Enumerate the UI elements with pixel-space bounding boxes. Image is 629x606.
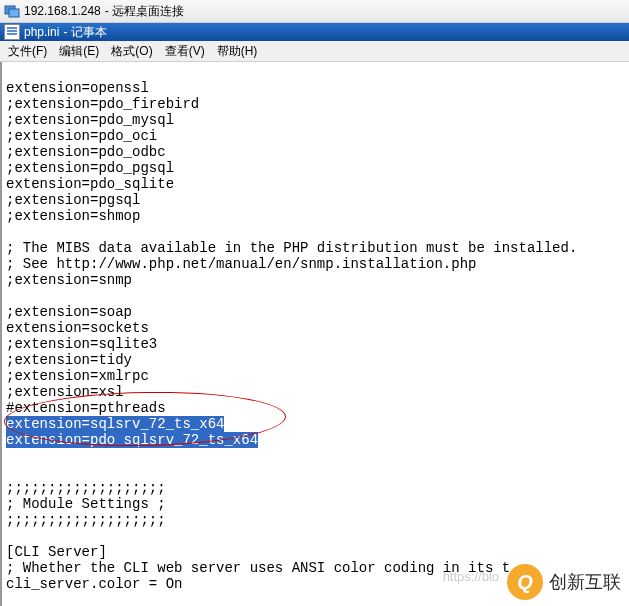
- notepad-icon: [4, 24, 20, 40]
- code-line: ;extension=pdo_pgsql: [6, 160, 625, 176]
- code-line: ;extension=shmop: [6, 208, 625, 224]
- code-line: [6, 448, 625, 464]
- code-line: [6, 464, 625, 480]
- rdc-title-suffix: - 远程桌面连接: [105, 3, 184, 20]
- code-line: ;extension=tidy: [6, 352, 625, 368]
- rdc-address: 192.168.1.248: [24, 4, 101, 18]
- menu-file[interactable]: 文件(F): [2, 41, 53, 62]
- notepad-filename: php.ini: [24, 25, 59, 39]
- code-line: [CLI Server]: [6, 544, 625, 560]
- rdc-icon: [4, 3, 20, 19]
- watermark-url: https://blo: [443, 569, 499, 584]
- highlighted-line-1: extension=sqlsrv_72_ts_x64: [6, 416, 224, 432]
- menu-format[interactable]: 格式(O): [105, 41, 158, 62]
- code-line: ;;;;;;;;;;;;;;;;;;;: [6, 512, 625, 528]
- code-line: [6, 224, 625, 240]
- code-line: ;extension=soap: [6, 304, 625, 320]
- menu-view[interactable]: 查看(V): [159, 41, 211, 62]
- code-line: ;extension=xsl: [6, 384, 625, 400]
- code-line: extension=pdo_sqlite: [6, 176, 625, 192]
- notepad-titlebar[interactable]: php.ini - 记事本: [0, 23, 629, 41]
- code-line: extension=openssl: [6, 80, 625, 96]
- code-line: ;extension=sqlite3: [6, 336, 625, 352]
- watermark-brand: 创新互联: [549, 570, 621, 594]
- highlighted-line-2: extension=pdo_sqlsrv_72_ts_x64: [6, 432, 258, 448]
- menubar: 文件(F) 编辑(E) 格式(O) 查看(V) 帮助(H): [0, 41, 629, 62]
- code-line: ; The MIBS data available in the PHP dis…: [6, 240, 625, 256]
- code-line: ;extension=pgsql: [6, 192, 625, 208]
- code-line: #extension=pthreads: [6, 400, 625, 416]
- code-line: ;extension=pdo_firebird: [6, 96, 625, 112]
- code-line: ;extension=pdo_mysql: [6, 112, 625, 128]
- code-line: ;;;;;;;;;;;;;;;;;;;: [6, 480, 625, 496]
- code-line: ; Module Settings ;: [6, 496, 625, 512]
- code-line: ; See http://www.php.net/manual/en/snmp.…: [6, 256, 625, 272]
- code-line: extension=sockets: [6, 320, 625, 336]
- rdc-titlebar: 192.168.1.248 - 远程桌面连接: [0, 0, 629, 23]
- notepad-title-suffix: - 记事本: [63, 24, 106, 41]
- watermark-logo: Q 创新互联: [507, 564, 621, 600]
- code-line: ;extension=snmp: [6, 272, 625, 288]
- menu-help[interactable]: 帮助(H): [211, 41, 264, 62]
- menu-edit[interactable]: 编辑(E): [53, 41, 105, 62]
- svg-rect-1: [9, 9, 19, 17]
- code-line: ;extension=pdo_oci: [6, 128, 625, 144]
- code-line: ;extension=pdo_odbc: [6, 144, 625, 160]
- code-line: ;extension=xmlrpc: [6, 368, 625, 384]
- editor-content[interactable]: extension=openssl;extension=pdo_firebird…: [0, 62, 629, 606]
- code-line: [6, 528, 625, 544]
- watermark-logo-icon: Q: [507, 564, 543, 600]
- code-line: [6, 288, 625, 304]
